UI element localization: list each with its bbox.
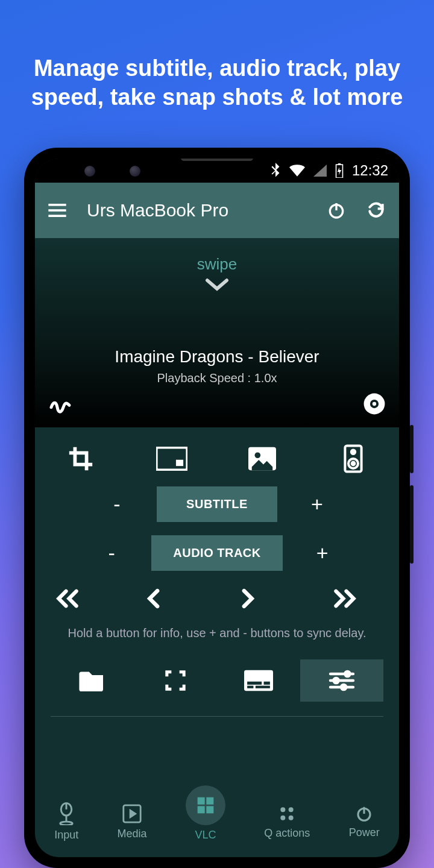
cell-signal-icon [313, 165, 327, 177]
svg-point-13 [255, 452, 261, 458]
seek-back-fast-icon[interactable] [54, 588, 102, 609]
playback-speed-label: Playback Speed : 1.0x [157, 371, 277, 385]
svg-rect-11 [176, 460, 183, 466]
bottom-actions-row [51, 659, 383, 702]
seek-back-icon[interactable] [146, 588, 195, 609]
svg-point-38 [281, 807, 286, 812]
record-icon[interactable] [363, 390, 386, 415]
svg-rect-22 [256, 686, 270, 688]
svg-point-17 [352, 462, 355, 465]
seek-forward-icon[interactable] [239, 588, 288, 609]
controls-panel: - SUBTITLE + - AUDIO TRACK + [35, 427, 399, 791]
snapshot-icon[interactable] [238, 447, 286, 471]
phone-frame: 12:32 Urs MacBook Pro swipe Imagine Drag… [24, 148, 410, 868]
phone-side-button [410, 425, 414, 473]
wifi-icon [289, 165, 305, 177]
nav-label: Q actions [264, 827, 310, 840]
bluetooth-icon [270, 163, 281, 178]
chevron-down-icon [203, 274, 231, 293]
audio-device-icon[interactable] [329, 444, 377, 473]
subtitle-button[interactable]: SUBTITLE [157, 486, 277, 522]
camera-lens-icon [130, 166, 140, 177]
svg-rect-21 [247, 686, 253, 688]
seek-forward-fast-icon[interactable] [332, 588, 380, 609]
app-bar: Urs MacBook Pro [35, 183, 399, 238]
svg-point-28 [341, 685, 346, 690]
folder-icon[interactable] [51, 659, 134, 702]
hint-text: Hold a button for info, use + and - butt… [51, 626, 383, 640]
tool-row [51, 444, 383, 473]
audio-plus-button[interactable]: + [304, 541, 341, 565]
svg-point-39 [289, 807, 294, 812]
nav-label: Media [118, 828, 147, 840]
svg-rect-35 [206, 797, 213, 804]
refresh-icon[interactable] [366, 201, 386, 220]
battery-icon [335, 163, 344, 178]
svg-rect-4 [48, 215, 66, 217]
subtitle-panel-icon[interactable] [217, 659, 300, 702]
app-title: Urs MacBook Pro [87, 200, 310, 221]
audio-minus-button[interactable]: - [93, 541, 130, 565]
now-playing-panel[interactable]: swipe Imagine Dragons - Believer Playbac… [35, 238, 399, 427]
hamburger-menu-icon[interactable] [48, 204, 66, 217]
power-icon[interactable] [327, 201, 346, 220]
aspect-ratio-icon[interactable] [148, 447, 196, 471]
svg-rect-3 [48, 209, 66, 212]
svg-point-9 [373, 402, 376, 406]
svg-point-31 [60, 822, 72, 825]
nav-power[interactable]: Power [349, 805, 380, 839]
camera-lens-icon [84, 166, 95, 177]
nav-qactions[interactable]: Q actions [264, 804, 310, 840]
audio-track-control-row: - AUDIO TRACK + [51, 535, 383, 571]
phone-side-button [410, 485, 414, 564]
phone-speaker [181, 159, 253, 161]
crop-icon[interactable] [57, 445, 105, 473]
seek-row [51, 588, 383, 609]
equalizer-icon[interactable] [300, 659, 383, 702]
swipe-label: swipe [197, 255, 237, 274]
svg-point-26 [345, 671, 350, 676]
track-title: Imagine Dragons - Believer [115, 347, 319, 366]
svg-point-40 [281, 815, 286, 820]
nav-label: Input [54, 829, 78, 841]
fullscreen-icon[interactable] [134, 659, 217, 702]
svg-rect-20 [264, 682, 270, 685]
subtitle-control-row: - SUBTITLE + [51, 486, 383, 522]
svg-rect-10 [156, 447, 187, 470]
clock-text: 12:32 [352, 162, 388, 179]
audio-track-button[interactable]: AUDIO TRACK [151, 535, 283, 571]
svg-rect-34 [198, 797, 205, 804]
svg-rect-37 [206, 806, 213, 813]
nav-label: Power [349, 826, 380, 839]
nav-vlc[interactable]: VLC [186, 802, 225, 841]
svg-rect-19 [247, 682, 262, 685]
svg-rect-2 [48, 204, 66, 206]
bottom-nav: Input Media VLC Q actions Power [35, 791, 399, 857]
nav-media[interactable]: Media [118, 804, 147, 840]
svg-rect-36 [198, 806, 205, 813]
svg-point-41 [289, 815, 294, 820]
subtitle-plus-button[interactable]: + [299, 492, 335, 516]
gesture-icon[interactable] [48, 389, 72, 415]
nav-label: VLC [195, 829, 216, 841]
subtitle-minus-button[interactable]: - [99, 492, 135, 516]
promo-headline: Manage subtitle, audio track, play speed… [0, 0, 434, 118]
svg-point-15 [351, 450, 355, 454]
nav-center-circle [186, 785, 225, 825]
nav-input[interactable]: Input [54, 802, 78, 841]
svg-point-27 [334, 678, 339, 683]
divider [51, 716, 383, 717]
